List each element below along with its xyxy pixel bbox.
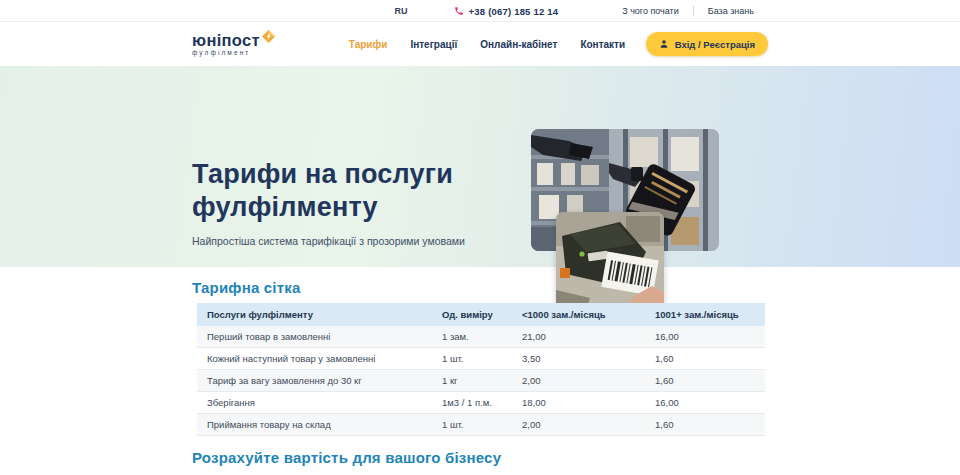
person-icon	[659, 39, 669, 49]
logo-diamond-icon	[262, 30, 275, 43]
login-button[interactable]: Вхід / Реєстрація	[646, 32, 768, 56]
hero-photo-label-printer	[556, 212, 664, 311]
column-header-1: Од. виміру	[432, 303, 512, 326]
table-cell: 16,00	[645, 392, 765, 414]
main-header: юніпост фулфілмент ТарифиІнтеграціїОнлай…	[0, 22, 960, 66]
table-cell: 1 шт.	[432, 348, 512, 370]
table-cell: Кожний наступний товар у замовленні	[197, 348, 432, 370]
column-header-0: Послуги фулфілменту	[197, 303, 432, 326]
column-header-2: <1000 зам./місяць	[512, 303, 645, 326]
table-cell: Зберігання	[197, 392, 432, 414]
pricing-section-title: Тарифна сітка	[192, 279, 301, 296]
nav-item-3[interactable]: Контакти	[580, 39, 625, 50]
table-row: Зберігання1м3 / 1 п.м.18,0016,00	[197, 392, 765, 414]
table-row: Кожний наступний товар у замовленні1 шт.…	[197, 348, 765, 370]
pricing-table-header-row: Послуги фулфілментуОд. виміру<1000 зам./…	[197, 303, 765, 326]
table-row: Тариф за вагу замовлення до 30 кг1 кг2,0…	[197, 370, 765, 392]
table-cell: 1 кг	[432, 370, 512, 392]
language-switcher[interactable]: RU	[395, 6, 408, 16]
table-cell: Приймання товару на склад	[197, 414, 432, 436]
table-cell: 1,60	[645, 348, 765, 370]
table-cell: 1,60	[645, 414, 765, 436]
hero-section: Тарифи на послуги фулфілменту Найпростіш…	[0, 66, 960, 267]
calculator-section-title: Розрахуйте вартість для вашого бізнесу	[192, 449, 501, 466]
table-cell: 1 зам.	[432, 326, 512, 348]
nav-item-2[interactable]: Онлайн-кабінет	[480, 39, 557, 50]
topbar-link-1[interactable]: База знань	[694, 6, 768, 16]
page: RU +38 (067) 185 12 14 З чого початиБаза…	[0, 0, 960, 475]
nav-item-0[interactable]: Тарифи	[349, 39, 388, 50]
table-cell: 1 шт.	[432, 414, 512, 436]
hero-subtitle: Найпростіша система тарифікації з прозор…	[192, 235, 465, 247]
table-cell: Перший товар в замовленні	[197, 326, 432, 348]
phone-block[interactable]: +38 (067) 185 12 14	[454, 6, 559, 17]
table-cell: 1м3 / 1 п.м.	[432, 392, 512, 414]
login-button-label: Вхід / Реєстрація	[675, 39, 755, 50]
top-links: З чого початиБаза знань	[608, 6, 768, 16]
pricing-table: Послуги фулфілментуОд. виміру<1000 зам./…	[197, 303, 765, 436]
table-cell: 2,00	[512, 414, 645, 436]
topbar-link-0[interactable]: З чого почати	[608, 6, 693, 16]
nav-item-1[interactable]: Інтеграції	[410, 39, 457, 50]
column-header-3: 1001+ зам./місяць	[645, 303, 765, 326]
table-cell: 16,00	[645, 326, 765, 348]
table-row: Приймання товару на склад1 шт.2,001,60	[197, 414, 765, 436]
main-nav: ТарифиІнтеграціїОнлайн-кабінетКонтакти	[349, 39, 625, 50]
table-cell: 21,00	[512, 326, 645, 348]
logo-tagline: фулфілмент	[192, 50, 275, 57]
logo[interactable]: юніпост фулфілмент	[192, 32, 275, 57]
phone-icon	[454, 6, 464, 16]
table-cell: 1,60	[645, 370, 765, 392]
table-cell: 3,50	[512, 348, 645, 370]
hero-title: Тарифи на послуги фулфілменту	[192, 158, 453, 224]
table-cell: 18,00	[512, 392, 645, 414]
table-row: Перший товар в замовленні1 зам.21,0016,0…	[197, 326, 765, 348]
table-cell: 2,00	[512, 370, 645, 392]
top-utility-bar: RU +38 (067) 185 12 14 З чого початиБаза…	[0, 0, 960, 22]
phone-number: +38 (067) 185 12 14	[469, 6, 559, 17]
table-cell: Тариф за вагу замовлення до 30 кг	[197, 370, 432, 392]
logo-wordmark: юніпост	[192, 32, 260, 49]
